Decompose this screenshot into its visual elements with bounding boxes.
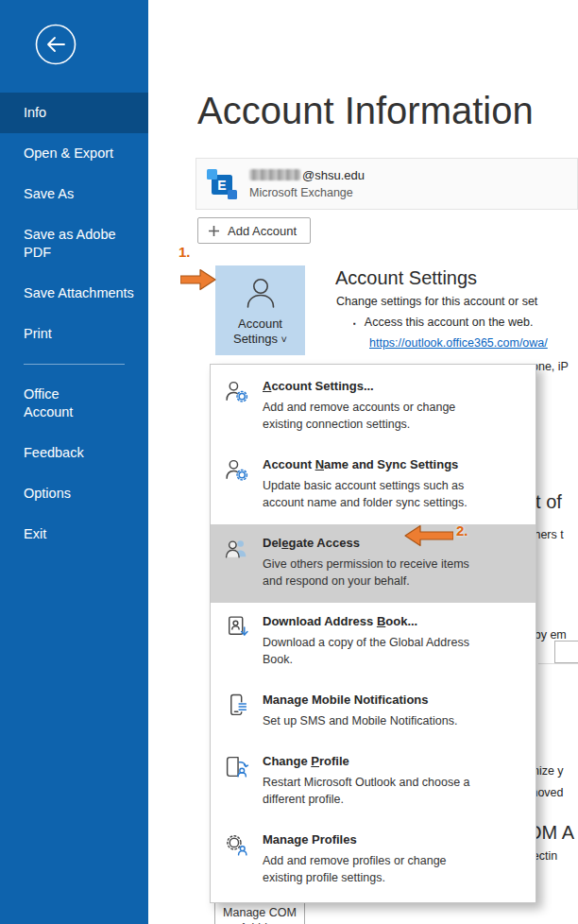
sidebar-item-print[interactable]: Print [0,314,148,354]
page-title: Account Information [197,90,578,132]
annotation-arrow-left-icon [404,522,453,549]
backstage-nav: Info Open & Export Save As Save as Adobe… [0,93,148,555]
account-settings-menu: Account Settings... Add and remove accou… [210,364,536,903]
sync-settings-icon [224,457,249,483]
sidebar: Info Open & Export Save As Save as Adobe… [0,0,148,924]
bg-fragment-button-edge [554,641,578,663]
add-account-button[interactable]: Add Account [197,217,311,244]
account-card-text: @shsu.edu Microsoft Exchange [249,168,365,199]
menu-item-text: Account Settings... Add and remove accou… [263,379,522,433]
sidebar-item-options[interactable]: Options [0,473,148,514]
sidebar-item-office-account[interactable]: Office Account [0,374,148,433]
chevron-down-icon: ˅ [281,334,287,345]
menu-item-account-name-sync[interactable]: Account Name and Sync Settings Update ba… [211,446,536,524]
account-settings-button[interactable]: Account Settings ˅ [215,265,305,355]
change-profile-icon [224,754,249,779]
bg-fragment-mobile-line: one, iP [532,360,569,373]
account-provider: Microsoft Exchange [249,186,365,199]
menu-item-text: Account Name and Sync Settings Update ba… [263,457,522,511]
account-email: @shsu.edu [249,168,365,182]
bullet-icon: ▪ [353,319,356,328]
menu-item-account-settings[interactable]: Account Settings... Add and remove accou… [211,368,536,446]
person-icon [241,274,280,314]
menu-item-manage-mobile-notifications[interactable]: Manage Mobile Notifications Set up SMS a… [211,681,536,743]
bullet-item-web-access: ▪ Access this account on the web. [353,316,578,329]
annotation-arrow-right-icon [180,266,216,293]
menu-item-manage-profiles[interactable]: Manage Profiles Add and remove profiles … [211,821,536,899]
menu-item-text: Change Profile Restart Microsoft Outlook… [263,754,522,808]
section-heading: Account Settings [335,267,477,289]
menu-item-change-profile[interactable]: Change Profile Restart Microsoft Outlook… [211,743,536,821]
sidebar-item-save-as[interactable]: Save As [0,174,148,214]
sidebar-item-open-export[interactable]: Open & Export [0,133,148,174]
redacted-email-blur [249,169,300,180]
back-button[interactable] [34,23,77,66]
menu-item-download-address-book[interactable]: Download Address Book... Download a copy… [211,603,536,681]
menu-item-text: Manage Profiles Add and remove profiles … [263,832,522,886]
annotation-step-2: 2. [456,522,468,539]
svg-text:E: E [217,177,226,192]
sidebar-item-exit[interactable]: Exit [0,514,148,555]
sidebar-item-info[interactable]: Info [0,93,148,133]
address-book-download-icon [224,614,249,640]
gear-person-icon [224,832,249,858]
menu-item-text: Delegate Access Give others permission t… [263,536,522,590]
account-card: E @shsu.edu Microsoft Exchange [196,158,578,210]
plus-icon [208,225,220,237]
menu-item-delegate-access[interactable]: Delegate Access Give others permission t… [211,524,536,603]
back-arrow-icon [34,23,77,66]
sidebar-divider [24,364,125,365]
outlook-backstage: Info Open & Export Save As Save as Adobe… [0,0,578,924]
bg-fragment-divider [538,663,578,664]
account-settings-button-label: Account Settings ˅ [233,317,287,347]
sidebar-item-save-as-adobe-pdf[interactable]: Save as Adobe PDF [0,214,148,273]
section-body: Change settings for this account or set [336,295,578,308]
two-people-icon [224,536,249,561]
sidebar-item-feedback[interactable]: Feedback [0,433,148,473]
exchange-icon: E [205,167,239,201]
owa-link[interactable]: https://outlook.office365.com/owa/ [369,336,578,350]
phone-notifications-icon [224,693,249,718]
sidebar-item-save-attachments[interactable]: Save Attachments [0,273,148,314]
menu-item-text: Manage Mobile Notifications Set up SMS a… [263,693,522,729]
person-gear-icon [224,379,249,404]
annotation-step-1: 1. [178,244,191,260]
menu-item-text: Download Address Book... Download a copy… [263,614,522,668]
